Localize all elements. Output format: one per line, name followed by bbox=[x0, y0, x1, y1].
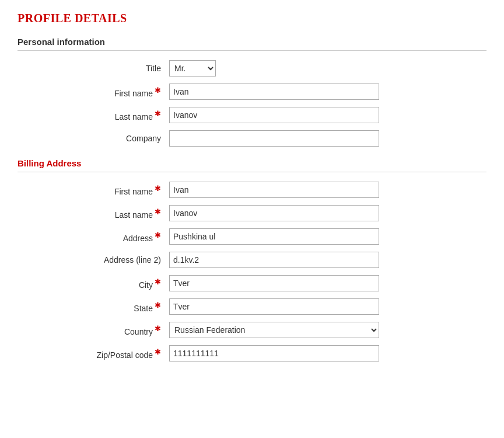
title-label: Title bbox=[18, 64, 169, 73]
billing-first-name-input[interactable] bbox=[169, 182, 379, 198]
personal-company-label: Company bbox=[18, 134, 169, 143]
billing-last-name-row: Last name✱ bbox=[18, 205, 487, 221]
personal-info-divider bbox=[18, 50, 487, 51]
required-star: ✱ bbox=[155, 347, 161, 356]
required-star: ✱ bbox=[155, 231, 161, 239]
billing-country-select[interactable]: Russian Federation United States United … bbox=[169, 322, 379, 338]
billing-zip-row: Zip/Postal code✱ bbox=[18, 345, 487, 361]
billing-state-input[interactable] bbox=[169, 298, 379, 315]
required-star: ✱ bbox=[155, 86, 161, 95]
page-title: PROFILE DETAILS bbox=[18, 12, 487, 25]
required-star: ✱ bbox=[155, 324, 161, 333]
billing-address2-input[interactable] bbox=[169, 252, 379, 268]
billing-address-heading: Billing Address bbox=[18, 158, 487, 168]
billing-city-input[interactable] bbox=[169, 275, 379, 291]
title-row: Title Mr. Mrs. Ms. Dr. bbox=[18, 60, 487, 77]
personal-info-heading: Personal information bbox=[18, 37, 487, 47]
billing-state-row: State✱ bbox=[18, 298, 487, 315]
billing-zip-label: Zip/Postal code✱ bbox=[18, 347, 169, 360]
personal-info-section: Personal information Title Mr. Mrs. Ms. … bbox=[18, 37, 487, 147]
required-star: ✱ bbox=[155, 184, 161, 193]
personal-first-name-input[interactable] bbox=[169, 84, 379, 100]
personal-last-name-row: Last name✱ bbox=[18, 107, 487, 123]
personal-first-name-label: First name✱ bbox=[18, 86, 169, 98]
required-star: ✱ bbox=[155, 207, 161, 216]
billing-address-input[interactable] bbox=[169, 228, 379, 245]
billing-city-row: City✱ bbox=[18, 275, 487, 291]
billing-first-name-row: First name✱ bbox=[18, 182, 487, 198]
billing-address-row: Address✱ bbox=[18, 228, 487, 245]
page-container: PROFILE DETAILS Personal information Tit… bbox=[0, 0, 504, 438]
billing-address-section: Billing Address First name✱ Last name✱ A… bbox=[18, 158, 487, 361]
billing-first-name-label: First name✱ bbox=[18, 184, 169, 196]
personal-last-name-label: Last name✱ bbox=[18, 109, 169, 121]
billing-zip-input[interactable] bbox=[169, 345, 379, 361]
required-star: ✱ bbox=[155, 277, 161, 286]
required-star: ✱ bbox=[155, 301, 161, 310]
billing-country-row: Country✱ Russian Federation United State… bbox=[18, 322, 487, 338]
personal-last-name-input[interactable] bbox=[169, 107, 379, 123]
billing-state-label: State✱ bbox=[18, 301, 169, 313]
billing-address-label: Address✱ bbox=[18, 231, 169, 243]
personal-first-name-row: First name✱ bbox=[18, 84, 487, 100]
required-star: ✱ bbox=[155, 109, 161, 118]
billing-address2-label: Address (line 2) bbox=[18, 255, 169, 265]
billing-last-name-label: Last name✱ bbox=[18, 207, 169, 220]
billing-address-divider bbox=[18, 172, 487, 172]
personal-company-row: Company bbox=[18, 130, 487, 147]
billing-address2-row: Address (line 2) bbox=[18, 252, 487, 268]
title-select[interactable]: Mr. Mrs. Ms. Dr. bbox=[169, 60, 216, 77]
billing-last-name-input[interactable] bbox=[169, 205, 379, 221]
billing-country-label: Country✱ bbox=[18, 324, 169, 336]
personal-company-input[interactable] bbox=[169, 130, 379, 147]
billing-city-label: City✱ bbox=[18, 277, 169, 290]
